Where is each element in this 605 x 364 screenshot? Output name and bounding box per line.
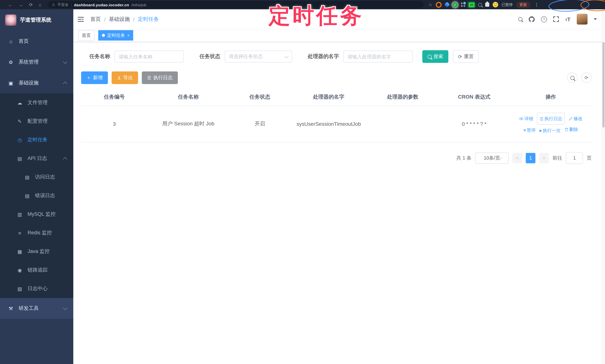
select-placeholder: 请选择任务状态 [229,53,263,60]
sidebar-item-label: Java 监控 [27,248,50,255]
sidebar-item-label: 研发工具 [19,305,39,312]
not-secure-warning-icon: ⚠ [52,3,55,7]
reload-icon[interactable]: ⟳ [29,2,33,7]
sidebar-item-system[interactable]: ⚙ 系统管理 [0,52,73,73]
bookmark-star-icon[interactable]: ☆ [428,2,433,7]
navbar-right-tools: ? TT [518,14,605,25]
browser-update-button[interactable]: 更新 [516,1,530,8]
edit-link[interactable]: 修改 [568,114,582,124]
extension-icon-green[interactable]: ✓ [452,2,458,7]
show-search-toggle-button[interactable] [567,73,578,83]
tag-home[interactable]: 首页 [78,30,94,40]
page-scrollbar[interactable] [602,9,605,364]
sidebar-item-redis-monitor[interactable]: ≡ Redis 监控 [0,223,73,242]
sidebar-item-access-log[interactable]: ▤ 访问日志 [0,168,73,186]
sidebar-item-java-monitor[interactable]: ▦ Java 监控 [0,242,73,261]
github-icon[interactable] [529,16,535,22]
breadcrumb: 首页 / 基础设施 / 定时任务 [91,16,159,23]
plus-icon: ＋ [86,74,91,81]
extension-on-badge[interactable]: on [468,2,475,7]
page-1-button[interactable]: 1 [526,153,535,163]
timer-icon: ◷ [16,137,23,143]
caret-down-icon[interactable] [594,18,597,20]
scrollbar-thumb[interactable] [602,42,605,128]
add-button[interactable]: ＋ 新增 [81,71,108,84]
page-size-select[interactable]: 10条/页 [475,152,509,164]
extension-icon-scope[interactable] [478,3,482,7]
help-icon[interactable]: ? [541,16,547,22]
sidebar-item-mysql-monitor[interactable]: ▥ MySQL 监控 [0,205,73,223]
tag-scheduled-jobs[interactable]: 定时任务 × [98,30,133,40]
back-icon[interactable]: ← [8,2,13,7]
detail-label: 详细 [524,114,533,123]
cell-job-id: 3 [81,106,147,142]
next-page-button[interactable]: > [539,153,549,163]
hamburger-icon[interactable] [78,16,84,22]
sidebar: 芋道管理系统 ⌂ 首页 ⚙ 系统管理 ▣ 基础设施 ☁ 文件管理 ✎ 配置管理 [0,9,73,364]
search-icon[interactable] [518,17,522,21]
sidebar-item-dev-tools[interactable]: ⚒ 研发工具 [0,298,73,319]
delete-link[interactable]: 删除 [564,125,578,134]
chevron-down-icon [63,306,67,310]
close-icon[interactable]: × [127,33,130,38]
browser-nav-buttons: ← → ⟳ ⌂ [8,2,41,7]
job-status-label: 任务状态 [199,53,220,60]
goto-page-input[interactable] [566,152,583,164]
forward-icon[interactable]: → [19,2,23,7]
address-bar[interactable]: ⚠ 不安全 | dashboard.yudao.iocoder.cn /infr… [48,1,424,8]
refresh-button[interactable]: ⟳ [581,73,592,83]
cell-job-status: 开启 [229,106,290,142]
url-path: /infra/job [131,2,146,7]
sidebar-item-home[interactable]: ⌂ 首页 [0,31,73,52]
filter-form: 任务名称 任务状态 请选择任务状态 处理器的名字 搜索 ⟳ 重置 [89,51,605,63]
app-logo[interactable]: 芋道管理系统 [0,9,73,31]
reset-button[interactable]: ⟳ 重置 [453,50,479,63]
job-log-link[interactable]: 执行日志 [537,113,565,125]
detail-link[interactable]: 详细 [519,114,533,123]
tools-icon: ⚒ [7,306,14,311]
extensions-puzzle-icon[interactable] [485,3,489,7]
sidebar-item-log-center[interactable]: ▧ 日志中心 [0,279,73,298]
run-once-link[interactable]: ▶ 执行一次 [539,126,561,135]
sidebar-item-api-log[interactable]: ▤ API 日志 [0,149,73,168]
user-avatar[interactable] [577,14,588,25]
extension-icon-orange[interactable] [436,2,442,8]
sidebar-item-infra[interactable]: ▣ 基础设施 [0,73,73,93]
font-size-icon[interactable]: TT [565,16,570,22]
add-button-label: 新增 [93,74,103,81]
goto-label: 前往 [552,155,562,161]
trash-icon [564,127,568,131]
extension-icon-blue[interactable] [444,2,450,7]
sidebar-item-error-log[interactable]: ▤ 错误日志 [0,186,73,205]
handler-name-text: sysUserSessionTimeoutJob [297,120,361,128]
profile-avatar[interactable] [493,2,498,7]
sidebar-item-file-manage[interactable]: ☁ 文件管理 [0,93,73,112]
sidebar-item-label: MySQL 监控 [27,211,56,218]
not-secure-label: 不安全 [57,2,69,7]
handler-name-input[interactable] [343,51,413,63]
breadcrumb-section[interactable]: 基础设施 [109,16,130,23]
page-unit-label: 页 [587,155,592,161]
prev-page-button[interactable]: < [512,153,522,163]
page-size-value: 10条/页 [484,155,500,161]
exec-log-button[interactable]: 执行日志 [142,71,178,84]
fullscreen-icon[interactable] [553,16,559,22]
home-icon[interactable]: ⌂ [39,2,41,7]
breadcrumb-home[interactable]: 首页 [91,16,101,23]
sidebar-item-trace[interactable]: ◉ 链路追踪 [0,261,73,279]
chevron-up-icon [63,157,67,161]
sidebar-item-label: API 日志 [27,155,47,162]
export-button[interactable]: 导出 [112,71,138,84]
sidebar-item-label: 基础设施 [19,80,39,86]
job-status-select[interactable]: 请选择任务状态 [225,51,292,63]
sidebar-item-config-manage[interactable]: ✎ 配置管理 [0,112,73,130]
chevron-up-icon [63,81,67,86]
browser-menu-icon[interactable]: ⋮ [534,2,539,7]
list-icon [539,117,544,121]
sidebar-item-scheduled-jobs[interactable]: ◷ 定时任务 [0,130,73,149]
extension-icon-grid[interactable] [461,3,465,7]
sidebar-item-label: 文件管理 [27,99,48,106]
pause-link[interactable]: × 暂停 [524,125,536,135]
job-name-input[interactable] [115,51,184,63]
search-button[interactable]: 搜索 [422,50,448,63]
